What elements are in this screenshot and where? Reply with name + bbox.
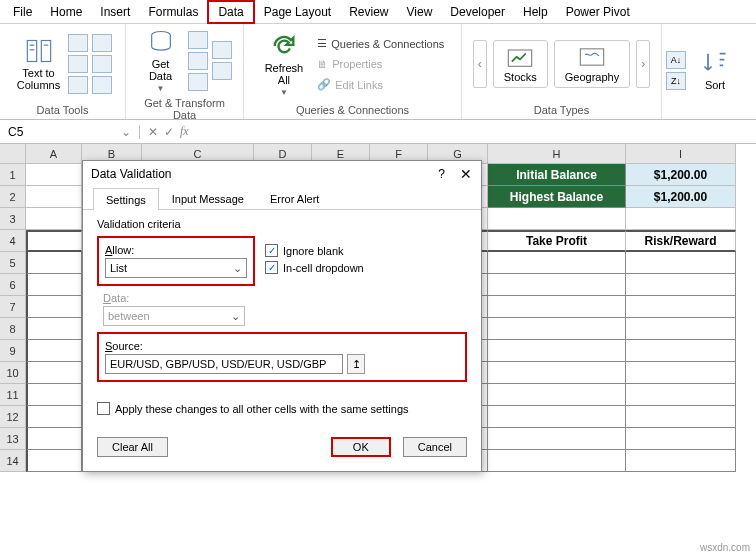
- data-validation-button[interactable]: [68, 76, 88, 94]
- cell[interactable]: [26, 274, 82, 296]
- cell[interactable]: [26, 208, 82, 230]
- cell[interactable]: [626, 274, 736, 296]
- existing-conn-button[interactable]: [212, 62, 232, 80]
- cell[interactable]: [626, 450, 736, 472]
- recent-sources-button[interactable]: [212, 41, 232, 59]
- cell[interactable]: [488, 296, 626, 318]
- cell[interactable]: [626, 208, 736, 230]
- cell[interactable]: [26, 340, 82, 362]
- enter-formula-icon[interactable]: ✓: [164, 125, 174, 139]
- tab-input-message[interactable]: Input Message: [159, 187, 257, 209]
- from-table-button[interactable]: [188, 73, 208, 91]
- menu-insert[interactable]: Insert: [91, 2, 139, 22]
- cell[interactable]: Highest Balance: [488, 186, 626, 208]
- menu-formulas[interactable]: Formulas: [139, 2, 207, 22]
- row-header-11[interactable]: 11: [0, 384, 26, 406]
- row-header-10[interactable]: 10: [0, 362, 26, 384]
- from-text-button[interactable]: [188, 31, 208, 49]
- get-data-button[interactable]: Get Data ▼: [138, 26, 184, 95]
- data-types-prev[interactable]: ‹: [473, 40, 487, 88]
- cell[interactable]: [626, 384, 736, 406]
- cell[interactable]: [488, 362, 626, 384]
- cell[interactable]: [26, 428, 82, 450]
- tab-error-alert[interactable]: Error Alert: [257, 187, 333, 209]
- cell[interactable]: [26, 318, 82, 340]
- row-header-9[interactable]: 9: [0, 340, 26, 362]
- cell[interactable]: [26, 384, 82, 406]
- apply-all-checkbox[interactable]: Apply these changes to all other cells w…: [97, 402, 467, 415]
- source-range-button[interactable]: ↥: [347, 354, 365, 374]
- menu-review[interactable]: Review: [340, 2, 397, 22]
- data-model-button[interactable]: [92, 76, 112, 94]
- queries-connections-button[interactable]: ☰Queries & Connections: [317, 35, 444, 52]
- consolidate-button[interactable]: [92, 34, 112, 52]
- fx-icon[interactable]: fx: [180, 124, 189, 139]
- col-H[interactable]: H: [488, 144, 626, 164]
- sort-asc-button[interactable]: A↓: [666, 51, 686, 69]
- cell[interactable]: Take Profit: [488, 230, 626, 252]
- data-types-next[interactable]: ›: [636, 40, 650, 88]
- cell[interactable]: [626, 406, 736, 428]
- row-header-5[interactable]: 5: [0, 252, 26, 274]
- cell[interactable]: [26, 186, 82, 208]
- cell[interactable]: $1,200.00: [626, 186, 736, 208]
- row-header-7[interactable]: 7: [0, 296, 26, 318]
- ok-button[interactable]: OK: [331, 437, 391, 457]
- row-header-6[interactable]: 6: [0, 274, 26, 296]
- cell[interactable]: [26, 362, 82, 384]
- cell[interactable]: $1,200.00: [626, 164, 736, 186]
- source-input[interactable]: EUR/USD, GBP/USD, USD/EUR, USD/GBP: [105, 354, 343, 374]
- text-to-columns-button[interactable]: Text to Columns: [13, 35, 64, 93]
- tab-settings[interactable]: Settings: [93, 188, 159, 210]
- geography-button[interactable]: Geography: [554, 40, 630, 88]
- menu-home[interactable]: Home: [41, 2, 91, 22]
- sort-desc-button[interactable]: Z↓: [666, 72, 686, 90]
- cell[interactable]: [488, 428, 626, 450]
- cell[interactable]: [626, 252, 736, 274]
- cell[interactable]: Initial Balance: [488, 164, 626, 186]
- cell[interactable]: [26, 252, 82, 274]
- cell[interactable]: [26, 164, 82, 186]
- row-header-13[interactable]: 13: [0, 428, 26, 450]
- cell[interactable]: [26, 230, 82, 252]
- menu-data[interactable]: Data: [207, 0, 254, 24]
- cell[interactable]: [626, 428, 736, 450]
- col-I[interactable]: I: [626, 144, 736, 164]
- col-A[interactable]: A: [26, 144, 82, 164]
- cell[interactable]: [488, 450, 626, 472]
- allow-combo[interactable]: List ⌄: [105, 258, 247, 278]
- sort-button[interactable]: Sort: [692, 47, 738, 93]
- cell[interactable]: [488, 252, 626, 274]
- cancel-formula-icon[interactable]: ✕: [148, 125, 158, 139]
- cell[interactable]: [488, 274, 626, 296]
- name-box[interactable]: C5 ⌄: [0, 125, 140, 139]
- menu-page-layout[interactable]: Page Layout: [255, 2, 340, 22]
- cell[interactable]: [626, 362, 736, 384]
- cell[interactable]: [488, 384, 626, 406]
- dialog-titlebar[interactable]: Data Validation ? ✕: [83, 161, 481, 187]
- menu-power-pivot[interactable]: Power Pivot: [557, 2, 639, 22]
- cell[interactable]: [488, 318, 626, 340]
- row-header-12[interactable]: 12: [0, 406, 26, 428]
- remove-duplicates-button[interactable]: [68, 55, 88, 73]
- row-header-3[interactable]: 3: [0, 208, 26, 230]
- clear-all-button[interactable]: Clear All: [97, 437, 168, 457]
- row-header-8[interactable]: 8: [0, 318, 26, 340]
- row-header-4[interactable]: 4: [0, 230, 26, 252]
- cell[interactable]: [626, 340, 736, 362]
- dialog-close-button[interactable]: ✕: [459, 167, 473, 181]
- row-header-2[interactable]: 2: [0, 186, 26, 208]
- select-all-corner[interactable]: [0, 144, 26, 164]
- menu-file[interactable]: File: [4, 2, 41, 22]
- menu-developer[interactable]: Developer: [441, 2, 514, 22]
- dialog-help-button[interactable]: ?: [438, 167, 445, 181]
- cell[interactable]: [626, 318, 736, 340]
- cell[interactable]: [488, 208, 626, 230]
- cancel-button[interactable]: Cancel: [403, 437, 467, 457]
- ignore-blank-checkbox[interactable]: ✓ Ignore blank: [265, 244, 364, 257]
- relationships-button[interactable]: [92, 55, 112, 73]
- stocks-button[interactable]: Stocks: [493, 40, 548, 88]
- cell[interactable]: [626, 296, 736, 318]
- menu-view[interactable]: View: [398, 2, 442, 22]
- row-header-14[interactable]: 14: [0, 450, 26, 472]
